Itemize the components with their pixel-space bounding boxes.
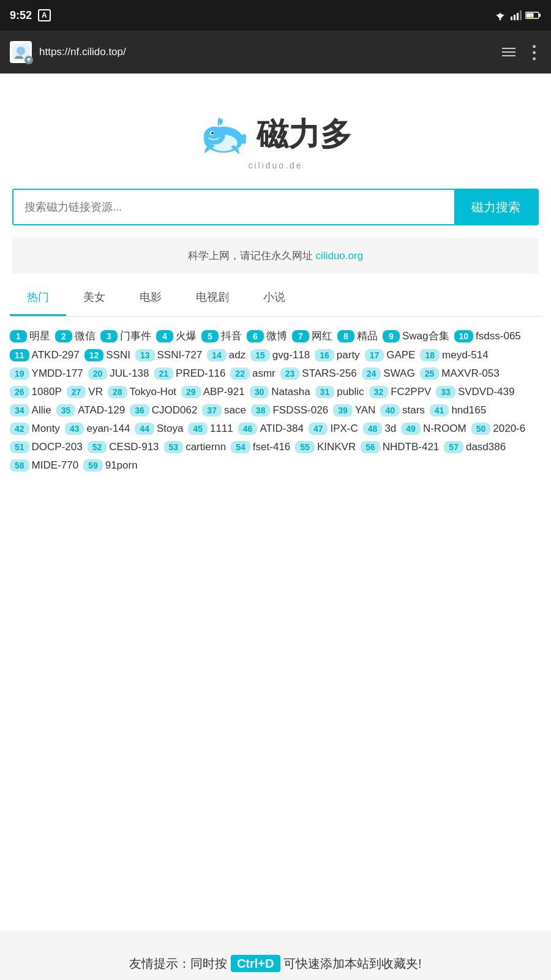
tag-item[interactable]: 1明星 [10,329,50,343]
tab-tv[interactable]: 电视剧 [179,280,246,316]
tag-num: 3 [100,330,118,342]
tag-num: 28 [108,386,127,398]
tag-item[interactable]: 58MIDE-770 [10,459,78,472]
search-box: 磁力搜索 [12,189,539,225]
tag-item[interactable]: 51DOCP-203 [10,441,83,453]
tag-label: ATKD-297 [32,349,80,361]
tag-item[interactable]: 33SVDVD-439 [436,386,514,398]
search-button[interactable]: 磁力搜索 [454,190,538,224]
tag-item[interactable]: 483d [363,423,397,435]
tag-item[interactable]: 40stars [380,404,424,417]
tag-item[interactable]: 17GAPE [365,349,416,361]
tag-item[interactable]: 36CJOD062 [130,404,197,417]
tag-item[interactable]: 9Swag合集 [383,329,449,343]
tag-label: party [337,349,360,361]
tag-item[interactable]: 52CESD-913 [88,441,159,453]
tag-item[interactable]: 4火爆 [156,329,197,343]
tag-num: 50 [471,423,491,435]
tag-item[interactable]: 20JUL-138 [88,368,149,380]
tabs-container: 热门 美女 电影 电视剧 小说 [10,280,541,317]
tag-item[interactable]: 10fsdss-065 [454,330,521,342]
tag-label: cartiernn [186,441,226,453]
tag-item[interactable]: 27VR [67,386,103,398]
tag-label: CESD-913 [109,441,159,453]
tag-item[interactable]: 46ATID-384 [238,423,304,435]
tag-item[interactable]: 25MAXVR-053 [420,368,500,380]
tag-item[interactable]: 34Allie [10,404,51,417]
tag-item[interactable]: 502020-6 [471,423,526,435]
tab-beauty[interactable]: 美女 [66,280,122,316]
tag-num: 16 [315,349,334,361]
tag-item[interactable]: 21PRED-116 [154,368,226,380]
tag-num: 11 [10,349,29,361]
tag-item[interactable]: 23STARS-256 [280,368,357,380]
tag-label: Allie [32,404,51,417]
tag-item[interactable]: 14adz [207,349,246,361]
tag-item[interactable]: 35ATAD-129 [56,404,125,417]
tag-item[interactable]: 55KINKVR [295,441,356,453]
tag-label: 火爆 [176,329,197,343]
more-options-icon[interactable]: ⋮ [525,42,541,62]
tag-item[interactable]: 13SSNI-727 [135,349,202,361]
tag-item[interactable]: 18meyd-514 [420,349,488,361]
tag-item[interactable]: 3门事件 [100,329,151,343]
hamburger-menu-icon[interactable] [500,45,518,59]
tag-item[interactable]: 6微博 [247,329,287,343]
tag-item[interactable]: 43eyan-144 [65,423,130,435]
status-bar: 9:52 A ⚡ [0,0,551,31]
tag-item[interactable]: 41hnd165 [430,404,486,417]
svg-point-13 [17,47,25,55]
tag-num: 23 [280,368,300,380]
tag-item[interactable]: 31public [315,386,364,398]
tag-num: 37 [202,404,222,417]
tag-item[interactable]: 44Stoya [135,423,183,435]
tag-item[interactable]: 2微信 [55,329,96,343]
tag-item[interactable]: 28Tokyo-Hot [108,386,176,398]
tag-item[interactable]: 8精品 [337,329,378,343]
tag-item[interactable]: 261080P [10,386,62,398]
tag-item[interactable]: 53cartiernn [164,441,227,453]
tag-item[interactable]: 56NHDTB-421 [361,441,439,453]
tag-item[interactable]: 7网红 [292,329,332,343]
tag-item[interactable]: 12SSNI [84,349,130,361]
tag-item[interactable]: 11ATKD-297 [10,349,80,361]
logo-row: 磁力多 [199,110,352,159]
tag-item[interactable]: 47IPX-C [309,423,358,435]
tag-item[interactable]: 38FSDSS-026 [251,404,328,417]
tag-item[interactable]: 5抖音 [201,329,242,343]
tag-item[interactable]: 15gvg-118 [250,349,310,361]
tag-label: MIDE-770 [32,459,79,472]
svg-rect-9 [539,14,541,17]
browser-url[interactable]: https://nf.cilido.top/ [39,46,492,58]
signal-icon [511,10,522,20]
tag-item[interactable]: 22asmr [230,368,275,380]
tab-hot[interactable]: 热门 [10,280,66,316]
tag-num: 2 [55,330,72,342]
tag-item[interactable]: 16party [315,349,359,361]
tag-label: Monty [32,423,60,435]
tag-item[interactable]: 54fset-416 [231,441,290,453]
tag-item[interactable]: 30Natasha [250,386,310,398]
notice-link[interactable]: ciliduo.org [316,250,364,262]
tag-label: VR [88,386,103,398]
tag-item[interactable]: 42Monty [10,423,60,435]
tag-label: Stoya [157,423,183,435]
tag-num: 26 [10,386,29,398]
tag-item[interactable]: 19YMDD-177 [10,368,83,380]
tag-num: 31 [315,386,335,398]
tag-item[interactable]: 32FC2PPV [369,386,432,398]
tag-label: dasd386 [466,441,506,453]
tag-num: 41 [430,404,449,417]
tag-num: 59 [83,459,103,472]
tag-item[interactable]: 37sace [202,404,246,417]
tag-item[interactable]: 29ABP-921 [181,386,245,398]
tag-item[interactable]: 57dasd386 [444,441,506,453]
tag-item[interactable]: 5991porn [83,459,138,472]
tag-item[interactable]: 451111 [188,423,233,435]
tab-novel[interactable]: 小说 [246,280,302,316]
tab-movie[interactable]: 电影 [122,280,179,316]
tag-item[interactable]: 39YAN [333,404,375,417]
tag-item[interactable]: 49N-ROOM [401,423,466,435]
tag-item[interactable]: 24SWAG [362,368,415,380]
search-input[interactable] [13,190,454,224]
